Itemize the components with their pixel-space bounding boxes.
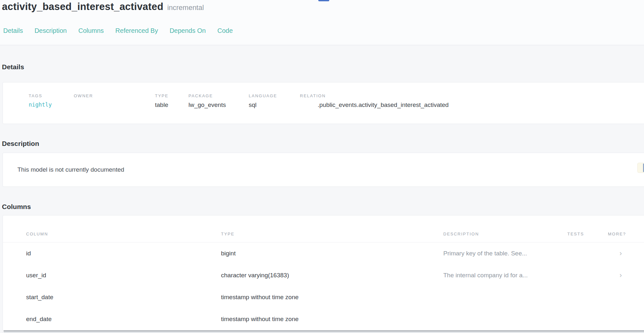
table-row[interactable]: end_date timestamp without time zone — [3, 308, 644, 330]
description-heading: Description — [2, 140, 39, 147]
cell-column-name: user_id — [26, 272, 221, 279]
header-tests: TESTS — [567, 232, 608, 236]
nav-link-description[interactable]: Description — [34, 27, 67, 34]
description-card: This model is not currently documented — [3, 153, 644, 187]
field-language-value: sql — [249, 101, 300, 109]
field-owner-label: OWNER — [74, 93, 155, 98]
page-title: activity_based_interest_activated — [2, 1, 163, 12]
columns-table-header: COLUMN TYPE DESCRIPTION TESTS MORE? — [3, 215, 644, 243]
field-tags: TAGS nightly — [29, 93, 74, 109]
chevron-right-icon[interactable]: › — [608, 250, 644, 257]
cell-column-type: character varying(16383) — [221, 272, 443, 279]
table-row[interactable]: user_id character varying(16383) The int… — [3, 264, 644, 286]
cutoff-blue-element[interactable] — [318, 0, 329, 1]
nav-link-code[interactable]: Code — [217, 27, 233, 34]
field-relation: RELATION .public_events.activity_based_i… — [300, 93, 644, 109]
field-relation-label: RELATION — [300, 93, 644, 98]
columns-card: COLUMN TYPE DESCRIPTION TESTS MORE? id b… — [3, 215, 644, 333]
header-column: COLUMN — [26, 232, 221, 236]
field-type: TYPE table — [155, 93, 188, 109]
table-row[interactable]: id bigint Primary key of the table. See.… — [3, 243, 644, 264]
details-card: TAGS nightly OWNER TYPE table PACKAGE lw… — [3, 82, 644, 124]
details-heading: Details — [2, 63, 24, 71]
page-header: activity_based_interest_activatedincreme… — [0, 0, 644, 45]
field-type-label: TYPE — [155, 93, 188, 98]
columns-heading: Columns — [2, 203, 31, 211]
section-nav: Details Description Columns Referenced B… — [3, 27, 233, 34]
cell-column-type: timestamp without time zone — [221, 316, 443, 323]
cell-column-description: The internal company id for a... — [443, 272, 567, 279]
nav-link-referenced-by[interactable]: Referenced By — [115, 27, 158, 34]
field-package-label: PACKAGE — [188, 93, 249, 98]
nav-link-columns[interactable]: Columns — [78, 27, 104, 34]
field-package: PACKAGE lw_go_events — [188, 93, 249, 109]
cell-column-name: id — [26, 250, 221, 257]
cell-column-type: bigint — [221, 250, 443, 257]
details-fields: TAGS nightly OWNER TYPE table PACKAGE lw… — [3, 82, 644, 109]
field-language: LANGUAGE sql — [249, 93, 300, 109]
field-package-value: lw_go_events — [188, 101, 249, 109]
tag-link[interactable]: nightly — [29, 101, 74, 108]
table-row[interactable]: start_date timestamp without time zone — [3, 286, 644, 308]
header-more: MORE? — [608, 232, 644, 236]
nav-link-details[interactable]: Details — [3, 27, 23, 34]
cell-column-name: start_date — [26, 294, 221, 301]
title-row: activity_based_interest_activatedincreme… — [2, 1, 204, 13]
nav-link-depends-on[interactable]: Depends On — [169, 27, 206, 34]
cell-column-description: Primary key of the table. See... — [443, 250, 567, 257]
field-relation-value: .public_events.activity_based_interest_a… — [300, 101, 644, 109]
description-text: This model is not currently documented — [3, 166, 124, 173]
field-owner: OWNER — [74, 93, 155, 109]
field-language-label: LANGUAGE — [249, 93, 300, 98]
header-description: DESCRIPTION — [443, 232, 567, 236]
edge-overlay-widget[interactable] — [637, 163, 644, 173]
header-type: TYPE — [221, 232, 443, 236]
cell-column-name: end_date — [26, 316, 221, 323]
chevron-right-icon[interactable]: › — [608, 272, 644, 279]
field-type-value: table — [155, 101, 188, 109]
cell-column-type: timestamp without time zone — [221, 294, 443, 301]
field-tags-label: TAGS — [29, 93, 74, 98]
table-bottom-edge — [4, 331, 644, 333]
materialization-badge: incremental — [167, 4, 204, 12]
